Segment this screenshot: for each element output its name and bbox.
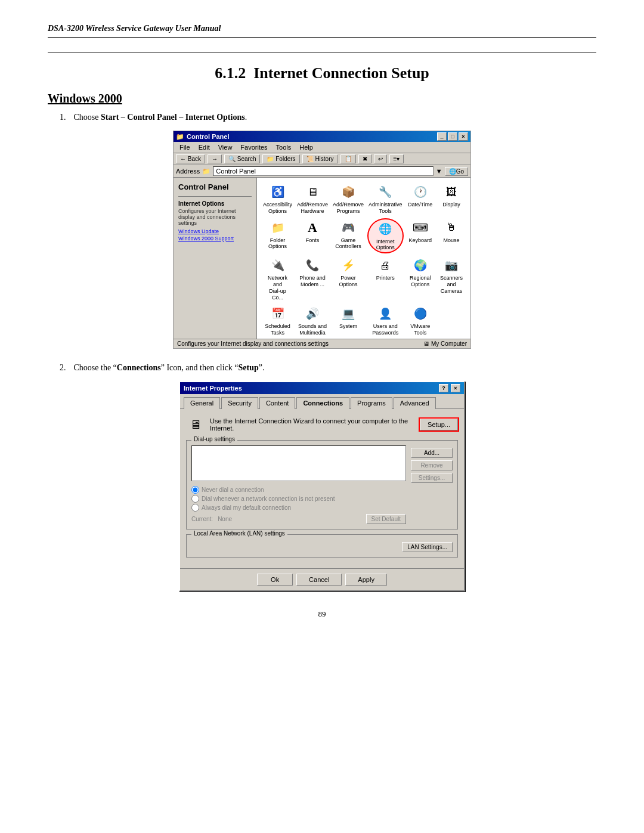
step2-bold1: Connections — [117, 363, 161, 372]
cp-icon-datetime[interactable]: 🕐 Date/Time — [406, 182, 435, 216]
ip-tab-advanced[interactable]: Advanced — [394, 397, 436, 409]
cp-minimize-btn[interactable]: _ — [437, 132, 447, 141]
ip-dialup-list[interactable] — [191, 445, 406, 481]
ip-apply-btn[interactable]: Apply — [345, 574, 387, 586]
ip-remove-btn[interactable]: Remove — [411, 460, 453, 470]
ip-titlebar: Internet Properties ? × — [180, 382, 464, 394]
cp-icon-game-controllers[interactable]: 🎮 GameControllers — [332, 218, 365, 254]
cp-icon-fonts[interactable]: A Fonts — [296, 218, 329, 254]
cp-icon-add-programs[interactable]: 📦 Add/RemovePrograms — [332, 182, 365, 216]
cp-icon-folder-options[interactable]: 📁 Folder Options — [262, 218, 293, 254]
ip-tab-content[interactable]: Content — [259, 397, 296, 409]
folder-options-icon: 📁 — [270, 219, 286, 236]
cp-icon-system[interactable]: 💻 System — [332, 304, 365, 337]
system-icon: 💻 — [340, 305, 357, 322]
cp-icon-regional[interactable]: 🌍 RegionalOptions — [406, 256, 435, 302]
display-icon: 🖼 — [443, 184, 460, 200]
cp-menu-help[interactable]: Help — [296, 143, 317, 151]
cp-icon-sounds[interactable]: 🔊 Sounds andMultimedia — [296, 304, 329, 337]
scheduled-label: ScheduledTasks — [265, 323, 290, 336]
ip-close-btn[interactable]: × — [451, 384, 460, 392]
ip-setup-button[interactable]: Setup... — [420, 419, 458, 431]
cp-delete-btn[interactable]: ✖ — [358, 154, 371, 163]
cp-search-btn[interactable]: 🔍 Search — [224, 154, 260, 163]
cp-menu-favorites[interactable]: Favorites — [237, 143, 271, 151]
ip-ok-btn[interactable]: Ok — [257, 574, 293, 586]
fonts-icon: A — [304, 219, 321, 236]
cp-sidebar-desc: Configures your Internet display and con… — [178, 208, 252, 226]
cp-address-bar: Address 📁 Control Panel ▼ 🌐Go — [174, 165, 470, 178]
cp-back-btn[interactable]: ← Back — [176, 154, 205, 163]
cp-icon-display[interactable]: 🖼 Display — [437, 182, 466, 216]
cp-restore-btn[interactable]: □ — [448, 132, 457, 141]
cp-menu-view[interactable]: View — [215, 143, 236, 151]
cp-menu-file[interactable]: File — [176, 143, 194, 151]
cp-menu-edit[interactable]: Edit — [195, 143, 213, 151]
scanners-icon: 📷 — [443, 257, 460, 274]
cp-icon-add-hardware[interactable]: 🖥 Add/RemoveHardware — [296, 182, 329, 216]
ip-title-text: Internet Properties — [184, 385, 242, 392]
cp-icon-printers[interactable]: 🖨 Printers — [367, 256, 404, 302]
header-separator — [48, 52, 596, 52]
ip-set-default-btn[interactable]: Set Default — [366, 514, 406, 524]
ip-tabs: General Security Content Connections Pro… — [180, 394, 464, 409]
cp-address-input[interactable]: Control Panel — [213, 166, 433, 176]
cp-address-dropdown[interactable]: ▼ — [436, 168, 442, 175]
header-title: DSA-3200 Wireless Service Gateway User M… — [48, 24, 221, 33]
doc-header: DSA-3200 Wireless Service Gateway User M… — [48, 24, 596, 38]
page-number: 89 — [48, 609, 596, 619]
ip-radio-when-needed-input[interactable] — [191, 495, 199, 503]
printers-label: Printers — [376, 275, 395, 281]
sounds-label: Sounds andMultimedia — [298, 323, 327, 336]
cp-icon-power[interactable]: ⚡ Power Options — [332, 256, 365, 302]
cp-menubar: File Edit View Favorites Tools Help — [174, 142, 470, 153]
cp-address-label: Address — [176, 168, 200, 175]
step1-bold2: Control Panel — [127, 113, 177, 122]
cp-icon-vmware[interactable]: 🔵 VMware Tools — [406, 304, 435, 337]
section-number: 6.1.2 — [215, 64, 246, 82]
ip-win-controls: ? × — [439, 384, 460, 392]
ip-tab-general[interactable]: General — [184, 397, 220, 409]
cp-icon-mouse[interactable]: 🖱 Mouse — [437, 218, 466, 254]
vmware-label: VMware Tools — [407, 323, 434, 336]
cp-folders-btn[interactable]: 📁 Folders — [262, 154, 299, 163]
cp-status-text: Configures your Internet display and con… — [177, 340, 329, 347]
ip-tab-connections[interactable]: Connections — [296, 397, 349, 409]
cp-copy-btn[interactable]: 📋 — [340, 154, 356, 163]
cp-close-btn[interactable]: × — [459, 132, 468, 141]
cp-undo-btn[interactable]: ↩ — [374, 154, 387, 163]
ip-radio-always-input[interactable] — [191, 504, 199, 512]
ip-radio-always: Always dial my default connection — [191, 504, 406, 512]
subsection-title-text: Windows 2000 — [48, 92, 122, 105]
cp-icon-accessibility[interactable]: ♿ AccessibilityOptions — [262, 182, 293, 216]
cp-icon-scheduled[interactable]: 📅 ScheduledTasks — [262, 304, 293, 337]
cp-folder-icon: 📁 — [176, 133, 184, 141]
cp-icon-admin-tools[interactable]: 🔧 AdministrativeTools — [367, 182, 404, 216]
power-label: Power Options — [333, 275, 364, 288]
cp-forward-btn[interactable]: → — [208, 154, 222, 163]
ip-help-btn[interactable]: ? — [439, 384, 448, 392]
cp-icon-phone-modem[interactable]: 📞 Phone andModem ... — [296, 256, 329, 302]
cp-views-btn[interactable]: ≡▾ — [389, 154, 404, 163]
cp-go-btn[interactable]: 🌐Go — [445, 167, 468, 176]
ip-add-btn[interactable]: Add... — [411, 448, 453, 458]
cp-icon-network[interactable]: 🔌 Network andDial-up Co... — [262, 256, 293, 302]
cp-history-btn[interactable]: 📜 History — [302, 154, 338, 163]
cp-windows-update-link[interactable]: Windows Update — [178, 228, 252, 234]
cp-icons-grid: ♿ AccessibilityOptions 🖥 Add/RemoveHardw… — [257, 178, 470, 339]
ip-tab-programs[interactable]: Programs — [351, 397, 392, 409]
cp-win2k-support-link[interactable]: Windows 2000 Support — [178, 236, 252, 241]
cp-icon-users[interactable]: 👤 Users andPasswords — [367, 304, 404, 337]
ip-radio-never-input[interactable] — [191, 486, 199, 494]
cp-icon-scanners[interactable]: 📷 Scanners andCameras — [437, 256, 466, 302]
game-controllers-label: GameControllers — [335, 237, 361, 250]
ip-tab-security[interactable]: Security — [221, 397, 258, 409]
ip-settings-btn[interactable]: Settings... — [411, 473, 453, 483]
ip-cancel-btn[interactable]: Cancel — [296, 574, 342, 586]
ip-lan-settings-btn[interactable]: LAN Settings... — [402, 542, 453, 552]
cp-menu-tools[interactable]: Tools — [273, 143, 295, 151]
cp-toolbar: ← Back → 🔍 Search 📁 Folders 📜 History 📋 … — [174, 153, 470, 165]
cp-title-text: Control Panel — [187, 133, 230, 140]
cp-icon-internet-options[interactable]: 🌐 InternetOptions — [367, 218, 404, 254]
cp-icon-keyboard[interactable]: ⌨ Keyboard — [406, 218, 435, 254]
